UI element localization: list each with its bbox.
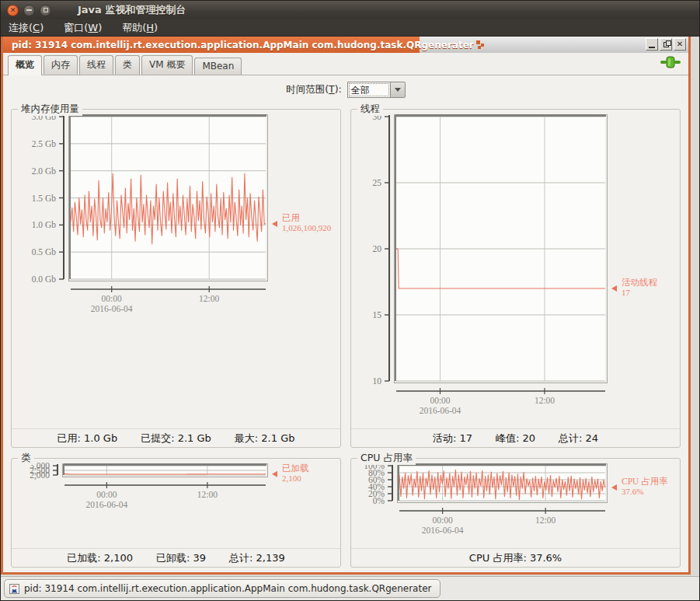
svg-text:00:00: 00:00 [102,294,122,303]
tab-5[interactable]: VM 概要 [141,55,193,75]
svg-text:1.0 Gb: 1.0 Gb [32,220,57,229]
frame-titlebar[interactable]: pid: 31914 com.intellij.rt.execution.app… [3,37,688,53]
frame-restore-button[interactable] [660,38,672,51]
heap-chart-stats: 已用: 1.0 Gb已提交: 2.1 Gb最大: 2.1 Gb [12,428,340,447]
classes-chart-svg: 3,0002,5002,00000:002016-06-0412:00已加载2,… [12,459,340,510]
frame-minimize-button[interactable] [646,38,658,51]
close-icon: ✕ [10,7,16,14]
classes-chart-plot: 3,0002,5002,00000:002016-06-0412:00已加载2,… [12,459,340,548]
cpu-chart-stats: CPU 占用率: 37.6% [351,548,680,567]
chart-title: 堆内存使用量 [18,103,82,116]
svg-text:10: 10 [373,376,382,386]
svg-text:37.6%: 37.6% [622,487,643,496]
chart-title: 类 [18,452,34,465]
svg-text:2016-06-04: 2016-06-04 [91,304,133,313]
threads-chart-stats: 活动: 17峰值: 20总计: 24 [351,428,680,447]
heap-chart-plot: 3.0 Gb2.5 Gb2.0 Gb1.5 Gb1.0 Gb0.5 Gb0.0 … [12,110,340,428]
minimize-icon [649,47,655,48]
tabstrip: 概览内存线程类VM 概要MBean [3,53,688,75]
menu-h[interactable]: 帮助(H) [122,21,158,35]
svg-text:2016-06-04: 2016-06-04 [422,526,464,535]
chart-threads: 线程 302520151000:002016-06-0412:00活动线程17 … [350,109,681,448]
close-icon: ✕ [677,40,683,48]
svg-text:17: 17 [622,288,631,297]
svg-text:25: 25 [373,178,382,187]
overview-panel: 时间范围(T): 全部 堆内存使用量 3.0 Gb2.5 Gb2.0 Gb1.5… [3,75,688,572]
chevron-down-icon [395,88,401,92]
time-range-combobox: 全部 [347,82,406,98]
connection-frame: pid: 31914 com.intellij.rt.execution.app… [1,37,691,575]
os-titlebar: ✕ Java 监视和管理控制台 [1,1,699,19]
chart-title: CPU 占用率 [357,452,416,465]
heap-stat: 最大: 2.1 Gb [235,432,295,446]
svg-text:0.0 Gb: 0.0 Gb [32,274,57,284]
menu-c[interactable]: 连接(C) [9,21,44,35]
connection-task-button[interactable]: pid: 31914 com.intellij.rt.execution.app… [4,579,441,598]
tab-1[interactable]: 概览 [8,55,42,75]
svg-text:CPU 占用率: CPU 占用率 [622,477,668,486]
svg-text:00:00: 00:00 [433,515,453,525]
svg-text:0%: 0% [373,496,385,505]
svg-text:2016-06-04: 2016-06-04 [86,500,128,509]
heap-chart-svg: 3.0 Gb2.5 Gb2.0 Gb1.5 Gb1.0 Gb0.5 Gb0.0 … [12,110,340,314]
classes-stat: 已卸载: 39 [156,551,206,565]
heap-stat: 已提交: 2.1 Gb [141,432,211,446]
time-range-label: 时间范围(T): [286,83,342,96]
heap-stat: 已用: 1.0 Gb [57,432,118,446]
chart-heap-memory: 堆内存使用量 3.0 Gb2.5 Gb2.0 Gb1.5 Gb1.0 Gb0.5… [11,109,341,448]
java-cup-icon [9,584,19,594]
window-maximize-button[interactable] [40,5,51,16]
svg-text:1,026,100,920: 1,026,100,920 [282,223,332,232]
tab-3[interactable]: 线程 [79,55,113,75]
threads-chart-svg: 302520151000:002016-06-0412:00活动线程17 [351,110,680,416]
time-range-row: 时间范围(T): 全部 [3,75,688,99]
threads-stat: 总计: 24 [559,432,598,446]
connected-plug-icon [660,55,681,69]
window-title: Java 监视和管理控制台 [78,3,186,17]
svg-text:00:00: 00:00 [96,490,117,499]
tab-2[interactable]: 内存 [44,55,78,75]
tab-6[interactable]: MBean [194,58,242,75]
cpu-chart-svg: 100%80%60%40%20%0%00:002016-06-0412:00CP… [351,459,680,536]
mdi-taskbar: pid: 31914 com.intellij.rt.execution.app… [1,576,699,600]
svg-text:2.0 Gb: 2.0 Gb [32,166,57,176]
cpu-stat: CPU 占用率: 37.6% [469,551,562,565]
threads-chart-plot: 302520151000:002016-06-0412:00活动线程17 [351,110,680,428]
frame-close-button[interactable]: ✕ [674,38,686,51]
chart-cpu-usage: CPU 占用率 100%80%60%40%20%0%00:002016-06-0… [350,458,681,568]
threads-stat: 峰值: 20 [496,432,535,446]
svg-text:已加载: 已加载 [282,463,309,473]
restore-icon [663,42,669,47]
frame-title-area: pid: 31914 com.intellij.rt.execution.app… [3,37,420,53]
minimize-icon [26,9,32,11]
window-close-button[interactable]: ✕ [7,5,19,16]
charts-grid: 堆内存使用量 3.0 Gb2.5 Gb2.0 Gb1.5 Gb1.0 Gb0.5… [3,99,688,572]
maximize-icon [44,8,48,12]
svg-text:活动线程: 活动线程 [622,278,658,287]
frame-title: pid: 31914 com.intellij.rt.execution.app… [12,40,474,51]
svg-text:20: 20 [373,244,382,253]
main-window: ✕ Java 监视和管理控制台 连接(C)窗口(W)帮助(H) pid: 319… [0,0,700,601]
cpu-chart-plot: 100%80%60%40%20%0%00:002016-06-0412:00CP… [351,459,680,548]
window-minimize-button[interactable] [23,5,35,16]
classes-chart-stats: 已加载: 2,100已卸载: 39总计: 2,139 [12,548,340,567]
task-button-label: pid: 31914 com.intellij.rt.execution.app… [24,583,432,594]
mdi-desktop: pid: 31914 com.intellij.rt.execution.app… [1,37,699,576]
svg-text:00:00: 00:00 [430,396,450,405]
tab-4[interactable]: 类 [115,55,140,75]
chart-classes: 类 3,0002,5002,00000:002016-06-0412:00已加载… [11,458,341,568]
time-range-value[interactable]: 全部 [347,82,391,98]
menu-w[interactable]: 窗口(W) [64,21,102,35]
svg-text:2,100: 2,100 [282,473,301,483]
svg-text:12:00: 12:00 [197,490,218,499]
menubar: 连接(C)窗口(W)帮助(H) [1,19,699,37]
time-range-dropdown-button[interactable] [391,82,406,98]
classes-stat: 总计: 2,139 [229,551,285,565]
chart-title: 线程 [357,103,383,116]
svg-text:0.5 Gb: 0.5 Gb [32,247,57,257]
svg-text:已用: 已用 [282,213,300,222]
svg-text:2.5 Gb: 2.5 Gb [32,139,57,149]
frame-window-buttons: ✕ [646,38,686,51]
svg-text:1.5 Gb: 1.5 Gb [32,194,57,203]
svg-text:15: 15 [373,310,382,320]
